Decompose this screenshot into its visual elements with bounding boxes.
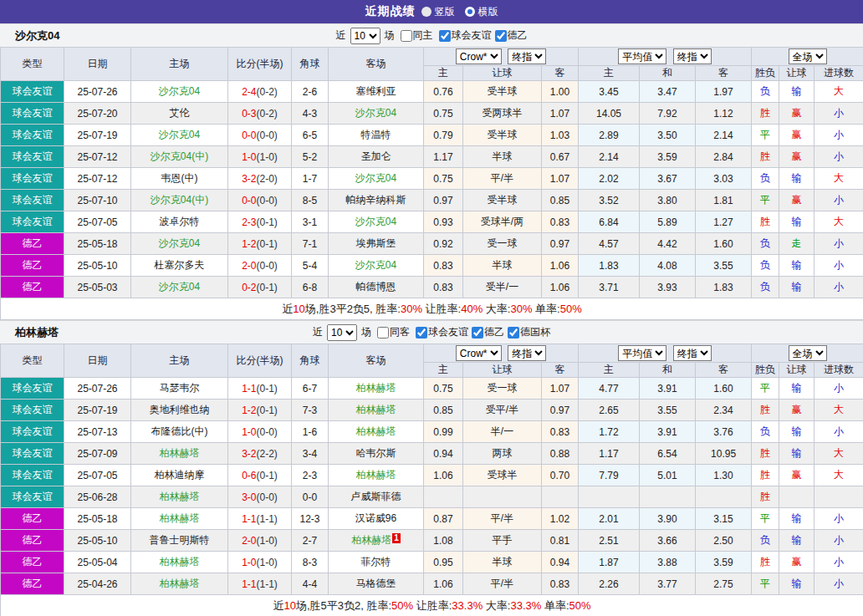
full-score: 1-0 [242, 426, 256, 438]
average-select[interactable]: 平均值 [618, 345, 666, 361]
home-team-name: 沙尔克04(中) [151, 150, 208, 162]
corner-cell: 6-5 [292, 125, 329, 146]
away-team-cell: 柏林赫塔 [329, 400, 424, 421]
scope-select-group: 全场 [752, 48, 863, 66]
summary-segment: 50% [569, 599, 591, 612]
match-type-cell: 球会友谊 [1, 168, 64, 190]
avg-draw-odds-cell: 3.55 [640, 400, 696, 421]
league-checkbox[interactable]: 德国杯 [504, 325, 550, 339]
home-team-cell: 沙尔克04(中) [131, 190, 228, 211]
league-checkbox-input[interactable] [508, 327, 519, 339]
league-checkbox[interactable]: 德乙 [468, 325, 504, 339]
crow-home-odds-cell: 0.97 [424, 190, 463, 211]
avg-away-odds-cell: 1.60 [696, 378, 752, 400]
result-handicap-cell: 输 [779, 277, 814, 298]
layout-horizontal-label: 横版 [478, 5, 498, 19]
result-handicap-cell: 赢 [779, 190, 814, 211]
avg-draw-odds-cell: 4.08 [640, 255, 696, 277]
odds-stage-select-2[interactable]: 终指 [673, 345, 712, 361]
same-side-checkbox[interactable]: 同主 [397, 28, 433, 43]
summary-segment: 50% [391, 599, 413, 612]
home-team-cell: 马瑟韦尔 [131, 378, 228, 400]
crow-home-odds-cell: 0.75 [424, 168, 463, 190]
col-header-crow-home: 主 [424, 363, 463, 378]
col-header-avg-home: 主 [579, 66, 640, 81]
match-type-cell: 球会友谊 [1, 81, 64, 103]
home-team-name: 柏林赫塔 [160, 447, 200, 459]
col-header-avg-home: 主 [579, 363, 640, 378]
half-score: (0-1) [257, 216, 278, 228]
scope-select[interactable]: 全场 [789, 48, 827, 64]
home-team-cell: 柏林赫塔 [131, 486, 228, 508]
odds-stage-select[interactable]: 终指 [508, 345, 546, 361]
radio-unselected-icon [465, 7, 475, 17]
avg-away-odds-cell: 1.81 [696, 190, 752, 211]
avg-draw-odds-cell: 3.88 [640, 552, 696, 573]
count-suffix-label: 场 [385, 28, 395, 43]
crow-handicap-cell: 受半球 [463, 190, 542, 211]
layout-radio-vertical[interactable]: 竖版 [421, 5, 455, 19]
match-count-select[interactable]: 10 [350, 28, 380, 44]
away-team-name: 沙尔克04 [355, 172, 396, 184]
home-team-cell: 波卓尔特 [131, 211, 228, 233]
league-checkbox-input[interactable] [416, 327, 427, 339]
odds-stage-select-2[interactable]: 终指 [673, 48, 712, 64]
match-count-select[interactable]: 10 [327, 324, 357, 341]
crow-home-odds-cell: 0.85 [424, 400, 463, 421]
league-checkbox-input[interactable] [495, 30, 507, 42]
result-handicap-cell: 赢 [779, 125, 814, 146]
full-score: 1-1 [242, 578, 256, 590]
home-team-name: 普鲁士明斯特 [150, 534, 210, 546]
crow-handicap-cell: 半球 [463, 255, 542, 277]
result-handicap-cell [779, 486, 814, 508]
crow-away-odds-cell: 0.83 [542, 573, 579, 595]
odds-stage-select[interactable]: 终指 [508, 48, 546, 64]
layout-radio-horizontal[interactable]: 横版 [465, 5, 498, 19]
bookmaker-select-group: Crow* 终指 [424, 48, 579, 66]
avg-away-odds-cell: 2.34 [696, 400, 752, 421]
crow-handicap-cell: 受两球半 [463, 103, 542, 125]
half-score: (0-0) [257, 195, 278, 206]
home-team-cell: 艾伦 [131, 103, 228, 125]
match-date-cell: 25-07-12 [64, 168, 131, 190]
same-side-checkbox-input[interactable] [377, 327, 389, 339]
avg-home-odds-cell: 2.02 [579, 168, 640, 190]
score-cell: 1-1(1-1) [228, 508, 292, 530]
league-checkbox[interactable]: 德乙 [492, 28, 528, 43]
results-table-hertha: 类型 日期 主场 比分(半场) 角球 客场 Crow* 终指 平均值 终指 全场 [0, 344, 863, 616]
crow-handicap-cell: 受一球 [463, 233, 542, 255]
crow-away-odds-cell: 0.83 [542, 421, 579, 443]
league-checkbox[interactable]: 球会友谊 [436, 28, 492, 43]
crow-handicap-cell [463, 486, 542, 508]
league-checkbox-input[interactable] [439, 30, 451, 42]
same-side-checkbox[interactable]: 同客 [374, 325, 410, 339]
layout-vertical-label: 竖版 [435, 5, 455, 19]
scope-select[interactable]: 全场 [789, 345, 827, 361]
full-score: 3-2 [242, 448, 256, 460]
league-checkbox-label: 球会友谊 [428, 325, 468, 339]
league-checkbox[interactable]: 球会友谊 [412, 325, 468, 339]
full-score: 3-0 [242, 491, 256, 503]
avg-away-odds-cell: 3.76 [696, 421, 752, 443]
bookmaker-select[interactable]: Crow* [456, 48, 502, 64]
col-header-crow-away: 客 [542, 66, 579, 81]
league-checkbox-input[interactable] [472, 327, 483, 339]
match-type-cell: 德乙 [1, 552, 64, 573]
home-team-name: 韦恩(中) [161, 172, 198, 184]
crow-handicap-cell: 平/半 [463, 508, 542, 530]
team-section-schalke: 沙尔克04 近 10 场 同主 球会友谊德乙 类型 日期 主场 比分(半场) [0, 23, 863, 320]
same-side-checkbox-input[interactable] [401, 30, 412, 42]
col-header-score: 比分(半场) [228, 344, 292, 378]
crow-handicap-cell: 半/一 [463, 421, 542, 443]
average-select[interactable]: 平均值 [618, 48, 666, 64]
record-summary: 近10场,胜3平2负5, 胜率:30% 让胜率:40% 大率:30% 单率:50… [1, 298, 863, 320]
score-cell: 2-3(0-1) [228, 211, 292, 233]
away-team-cell: 卢威斯菲德 [329, 486, 424, 508]
crow-away-odds-cell: 1.07 [542, 378, 579, 400]
col-header-result-handicap: 让球 [779, 66, 814, 81]
avg-draw-odds-cell: 3.50 [640, 125, 696, 146]
avg-home-odds-cell: 1.83 [579, 255, 640, 277]
avg-draw-odds-cell: 3.47 [640, 81, 696, 103]
bookmaker-select[interactable]: Crow* [456, 345, 502, 361]
result-handicap-cell: 输 [779, 421, 814, 443]
